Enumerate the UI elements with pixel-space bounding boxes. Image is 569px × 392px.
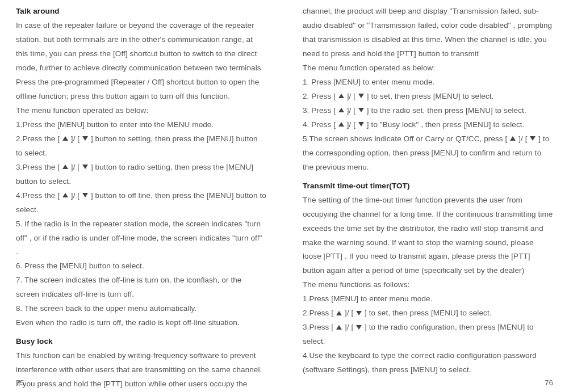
down-triangle-icon (82, 136, 88, 141)
step: 5. If the radio is in the repeater stati… (16, 217, 266, 260)
text: 4.Press the [ (16, 191, 62, 200)
down-triangle-icon (358, 94, 364, 98)
step: 2.Press [ ]/ [ ] to set, then press [MEN… (303, 306, 553, 321)
para: The menu function operated as below: (303, 61, 553, 75)
text: ]/ [ (69, 134, 82, 143)
up-triangle-icon (62, 136, 68, 141)
text: 5.The screen shows indicate Off or Carry… (303, 134, 509, 143)
text: ]/ [ (345, 92, 358, 100)
down-triangle-icon (530, 136, 535, 141)
para: Even when the radio is turn off, the rad… (16, 316, 266, 330)
step: 2.Press the [ ]/ [ ] button to setting, … (16, 132, 266, 161)
step: 8. The screen back to the upper menu aut… (16, 302, 266, 316)
text: ] to set, then press [MENU] to select. (365, 92, 494, 100)
step: 3.Press the [ ]/ [ ] button to radio set… (16, 161, 266, 189)
text: ]/ [ (69, 163, 82, 171)
step: 3.Press [ ]/ [ ] to the radio configurat… (303, 321, 553, 349)
text: 3. Press [ (303, 106, 338, 115)
text: ] to set, then press [MENU] to select. (362, 309, 492, 317)
text: ]/ [ (342, 323, 355, 331)
page-number-left: 75 (16, 376, 24, 390)
step: 3. Press [ ]/ [ ] to the radio set, then… (303, 104, 553, 118)
up-triangle-icon (510, 136, 516, 141)
step: 7. The screen indicates the off-line is … (16, 273, 266, 302)
step: 1. Press [MENU] to enter menu mode. (303, 75, 553, 90)
down-triangle-icon (82, 165, 88, 169)
down-triangle-icon (356, 311, 362, 315)
down-triangle-icon (356, 325, 362, 330)
text: ]/ [ (69, 191, 82, 200)
up-triangle-icon (336, 325, 342, 330)
up-triangle-icon (336, 311, 342, 315)
down-triangle-icon (358, 108, 364, 112)
step: 4.Use the keyboard to type the correct r… (303, 349, 553, 377)
text: ] to "Busy lock" , then press [MENU] to … (365, 120, 524, 129)
up-triangle-icon (62, 193, 68, 197)
step: 5.The screen shows indicate Off or Carry… (303, 132, 553, 175)
up-triangle-icon (62, 165, 68, 169)
step: 4.Press the [ ]/ [ ] button to off line,… (16, 189, 266, 217)
text: ]/ [ (516, 134, 529, 143)
down-triangle-icon (82, 193, 88, 197)
text: 3.Press the [ (16, 163, 62, 171)
text: 2.Press the [ (16, 134, 62, 143)
page-right: channel, the product will beep and displ… (284, 5, 553, 389)
para: The setting of the time-out timer functi… (303, 193, 553, 279)
step: 2. Press [ ]/ [ ] to set, then press [ME… (303, 90, 553, 104)
text: 4. Press [ (303, 120, 338, 129)
up-triangle-icon (338, 94, 344, 98)
para: In case of the repeater failure or beyon… (16, 19, 266, 75)
text: ]/ [ (342, 309, 355, 317)
step: 4. Press [ ]/ [ ] to "Busy lock" , then … (303, 118, 553, 132)
step: 6. Press the [MENU] button to select. (16, 259, 266, 273)
heading-talk-around: Talk around (16, 5, 266, 19)
text: 3.Press [ (303, 323, 336, 331)
page-left: Talk around In case of the repeater fail… (16, 5, 284, 389)
text: ]/ [ (345, 106, 358, 115)
step: 1.Press the [MENU] button to enter into … (16, 118, 266, 132)
page-number-right: 76 (545, 376, 553, 390)
para: The menu function operated as below: (16, 104, 266, 118)
up-triangle-icon (338, 122, 344, 127)
heading-tot: Transmit time-out timer(TOT) (303, 179, 553, 193)
down-triangle-icon (358, 122, 364, 127)
para: The menu functions as follows: (303, 278, 553, 292)
para: channel, the product will beep and displ… (303, 5, 553, 61)
para: This function can be enabled by writing-… (16, 349, 266, 377)
text: 2. Press [ (303, 92, 338, 100)
up-triangle-icon (338, 108, 344, 112)
para: If you press and hold the [PTT] button w… (16, 377, 266, 391)
text: ]/ [ (345, 120, 358, 129)
step: 1.Press [MENU] to enter menu mode. (303, 292, 553, 306)
heading-busy-lock: Busy lock (16, 335, 266, 349)
text: ] to the radio set, then press [MENU] to… (365, 106, 526, 115)
text: 2.Press [ (303, 309, 336, 317)
para: Press the pre-programmed [Repeater / Off… (16, 75, 266, 104)
